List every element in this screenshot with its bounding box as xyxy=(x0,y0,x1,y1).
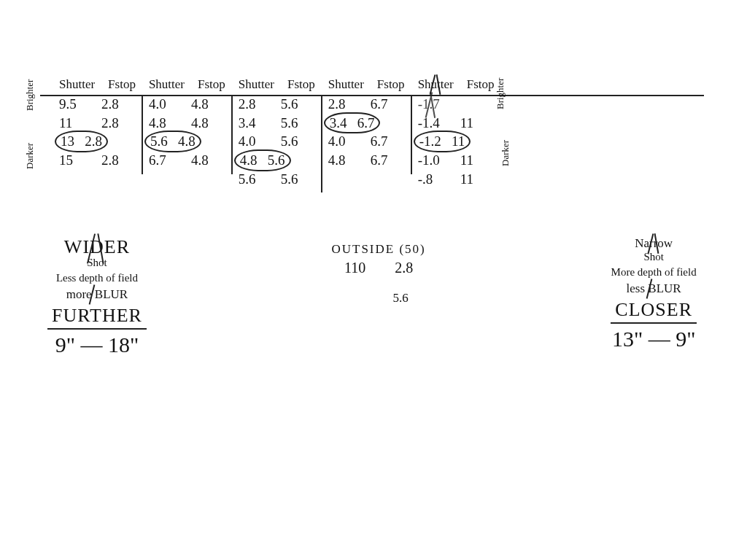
note-less-dof: Less depth of field xyxy=(56,272,138,284)
table-row: 3.45.6 xyxy=(239,114,315,133)
bottom-notes: WIDER Shot Less depth of field more BLUR… xyxy=(40,236,704,357)
table-5-rows: -1.411-1.2 11-1.011-.811 xyxy=(418,114,495,189)
center-note: OUTSIDE (50) 110 2.8 5.6 xyxy=(331,242,425,357)
note-more-dof: More depth of field xyxy=(611,266,697,279)
table-row: 4.04.8 xyxy=(149,95,225,114)
cell-shutter: 4.0 xyxy=(149,95,175,114)
circled-pair: 4.8 5.6 xyxy=(234,149,291,171)
cell-fstop: 2.8 xyxy=(101,114,128,133)
note-center-shutter: 110 xyxy=(344,260,365,276)
table-5: Brighter Darker Shutter Fstop -1.7 x -1.… xyxy=(412,96,514,192)
cell-fstop: 11 xyxy=(460,170,487,189)
table-row: 3.4 6.7 xyxy=(328,114,405,133)
table-row: 4.8 5.6 xyxy=(239,151,315,170)
cell-shutter: -1.0 xyxy=(418,151,444,170)
cell-fstop: 4.8 xyxy=(191,151,217,170)
col-header-shutter: Shutter xyxy=(59,77,95,92)
note-outside: OUTSIDE (50) xyxy=(331,242,425,257)
cell-fstop: 6.7 xyxy=(371,132,397,151)
table-row: 152.8 xyxy=(59,151,136,170)
table-row: 4.84.8 xyxy=(149,114,225,133)
cell-fstop: 11 xyxy=(460,114,487,133)
label-darker: Darker xyxy=(500,140,511,166)
table-3-rows: 2.85.63.45.64.05.64.8 5.65.65.6 xyxy=(239,95,315,188)
note-narrow: Narrow xyxy=(635,236,673,251)
table-row: 9.52.8 xyxy=(59,95,136,114)
cell-fstop: 4.8 xyxy=(191,114,217,133)
table-row: -1.011 xyxy=(418,151,495,170)
table-row: 5.6 4.8 xyxy=(149,132,225,151)
table-row: 2.86.7 xyxy=(328,95,405,114)
table-row: 4.06.7 xyxy=(328,132,405,151)
handwritten-sheet: Brighter Darker Shutter Fstop 9.52.8112.… xyxy=(40,95,704,357)
col-header-fstop: Fstop xyxy=(108,77,136,92)
note-less-blur: less BLUR xyxy=(627,281,681,296)
note-shot: Shot xyxy=(643,251,664,263)
cell-shutter: 6.7 xyxy=(149,151,175,170)
circled-pair: 5.6 4.8 xyxy=(144,131,201,152)
note-range-right: 13" — 9" xyxy=(612,327,696,351)
col-header-shutter: Shutter xyxy=(328,77,364,92)
cell-shutter: -.8 xyxy=(418,170,444,189)
note-more-blur: more BLUR xyxy=(66,287,128,302)
cell-shutter: 4.0 xyxy=(328,132,355,151)
col-header-fstop: Fstop xyxy=(287,77,315,92)
note-further: FURTHER xyxy=(47,305,147,330)
cell-shutter: 4.8 xyxy=(149,114,175,133)
cell-shutter: 2.8 xyxy=(328,95,355,114)
cell-shutter: 11 xyxy=(59,114,85,133)
col-header-fstop: Fstop xyxy=(377,77,405,92)
table-4: Shutter Fstop 2.86.73.4 6.74.06.74.86.7 xyxy=(322,96,412,174)
cell-fstop: 6.7 xyxy=(371,95,397,114)
right-note: Narrow Shot More depth of field less BLU… xyxy=(611,236,697,357)
circled-pair: 3.4 6.7 xyxy=(324,112,381,134)
cell-fstop: 5.6 xyxy=(281,132,307,151)
table-1-rows: 9.52.8112.813 2.8152.8 xyxy=(59,95,136,170)
cell-shutter: 4.0 xyxy=(239,132,265,151)
col-header-shutter: Shutter xyxy=(149,77,185,92)
note-wider: WIDER xyxy=(64,236,130,258)
cell-shutter: 15 xyxy=(59,151,85,170)
table-2: Shutter Fstop 4.04.84.84.85.6 4.86.74.8 xyxy=(143,96,233,174)
cell-fstop: 5.6 xyxy=(281,170,307,189)
cell-fstop: 2.8 xyxy=(101,95,128,114)
cell-fstop: 5.6 xyxy=(281,95,307,114)
exposure-tables: Brighter Darker Shutter Fstop 9.52.8112.… xyxy=(40,95,704,192)
cell-fstop: 5.6 xyxy=(281,114,307,133)
table-row: 2.85.6 xyxy=(239,95,315,114)
cell-fstop: 4.8 xyxy=(191,95,217,114)
label-brighter: Brighter xyxy=(24,79,36,111)
cell-fstop: 11 xyxy=(460,151,487,170)
table-row: -1.411 xyxy=(418,114,495,133)
cell-fstop: 6.7 xyxy=(371,151,397,170)
label-darker: Darker xyxy=(24,143,36,169)
table-row: -1.2 11 xyxy=(418,132,495,151)
table-3: Shutter Fstop 2.85.63.45.64.05.64.8 5.65… xyxy=(233,96,322,192)
cell-shutter: 9.5 xyxy=(59,95,85,114)
table-row: 4.05.6 xyxy=(239,132,315,151)
cell-shutter: -1.4 xyxy=(418,114,444,133)
cell-shutter: 3.4 xyxy=(239,114,265,133)
cell-shutter: 4.8 xyxy=(328,151,355,170)
cell-shutter: 2.8 xyxy=(239,95,265,114)
label-brighter: Brighter xyxy=(495,78,506,109)
note-center-56: 5.6 xyxy=(392,291,408,306)
table-row: 4.86.7 xyxy=(328,151,405,170)
col-header-shutter: Shutter xyxy=(239,77,274,92)
circled-pair: -1.2 11 xyxy=(414,131,471,152)
struck-value: -1.7 xyxy=(418,95,444,114)
table-row: 6.74.8 xyxy=(149,151,225,170)
table-1: Brighter Darker Shutter Fstop 9.52.8112.… xyxy=(40,96,143,174)
table-4-rows: 2.86.73.4 6.74.06.74.86.7 xyxy=(328,95,405,170)
cell-fstop: 2.8 xyxy=(101,151,128,170)
circled-pair: 13 2.8 xyxy=(55,131,108,152)
note-center-fstop: 2.8 xyxy=(395,260,413,276)
cell-shutter: 5.6 xyxy=(239,170,265,189)
table-row: 5.65.6 xyxy=(239,170,315,189)
col-header-fstop: Fstop xyxy=(467,77,495,92)
table-row: 112.8 xyxy=(59,114,136,133)
note-closer: CLOSER xyxy=(611,299,697,324)
left-note: WIDER Shot Less depth of field more BLUR… xyxy=(47,236,147,357)
col-header-shutter: Shutter xyxy=(418,77,454,92)
table-row: 13 2.8 xyxy=(59,132,136,151)
